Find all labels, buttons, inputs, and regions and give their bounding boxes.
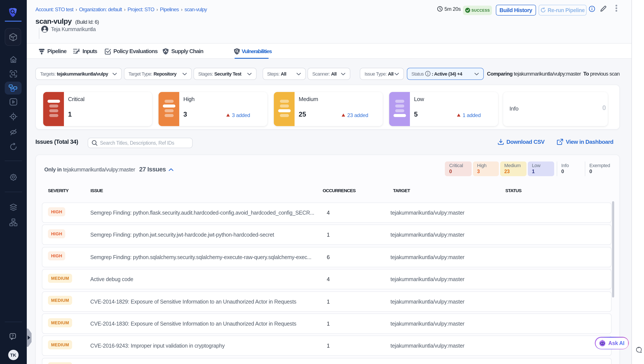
svg-text:?: ? (12, 334, 14, 338)
